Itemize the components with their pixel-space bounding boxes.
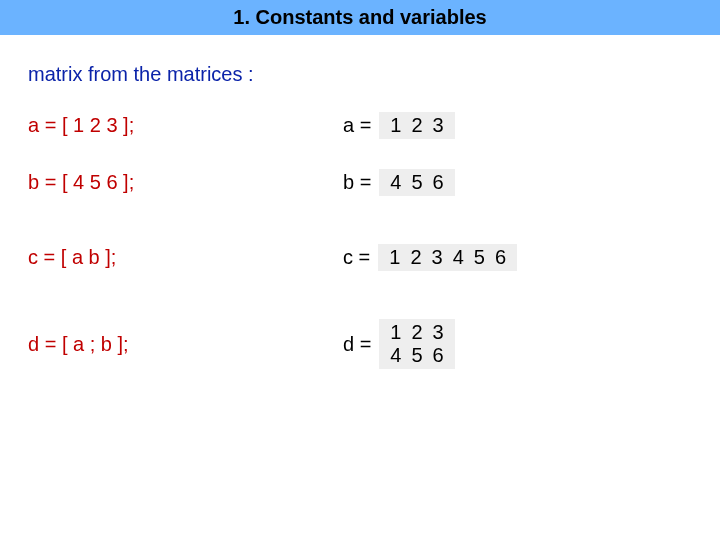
result-label: b = [343,171,371,194]
code-snippet: c = [ a b ]; [28,246,343,269]
result: a = 123 [343,112,455,139]
matrix-display: 123456 [378,244,517,271]
result: d = 123456 [343,319,455,369]
result: b = 456 [343,169,455,196]
page-title: 1. Constants and variables [233,6,486,28]
title-bar: 1. Constants and variables [0,0,720,35]
example-row: a = [ 1 2 3 ]; a = 123 [28,112,720,139]
result-label: d = [343,333,371,356]
result: c = 123456 [343,244,517,271]
code-snippet: b = [ 4 5 6 ]; [28,171,343,194]
matrix-display: 123 [379,112,454,139]
example-row: c = [ a b ]; c = 123456 [28,244,720,271]
code-snippet: a = [ 1 2 3 ]; [28,114,343,137]
result-label: a = [343,114,371,137]
result-label: c = [343,246,370,269]
matrix-display: 456 [379,169,454,196]
example-row: b = [ 4 5 6 ]; b = 456 [28,169,720,196]
code-snippet: d = [ a ; b ]; [28,333,343,356]
example-row: d = [ a ; b ]; d = 123456 [28,319,720,369]
matrix-display: 123456 [379,319,454,369]
content-area: matrix from the matrices : a = [ 1 2 3 ]… [0,35,720,369]
subtitle: matrix from the matrices : [28,63,720,86]
